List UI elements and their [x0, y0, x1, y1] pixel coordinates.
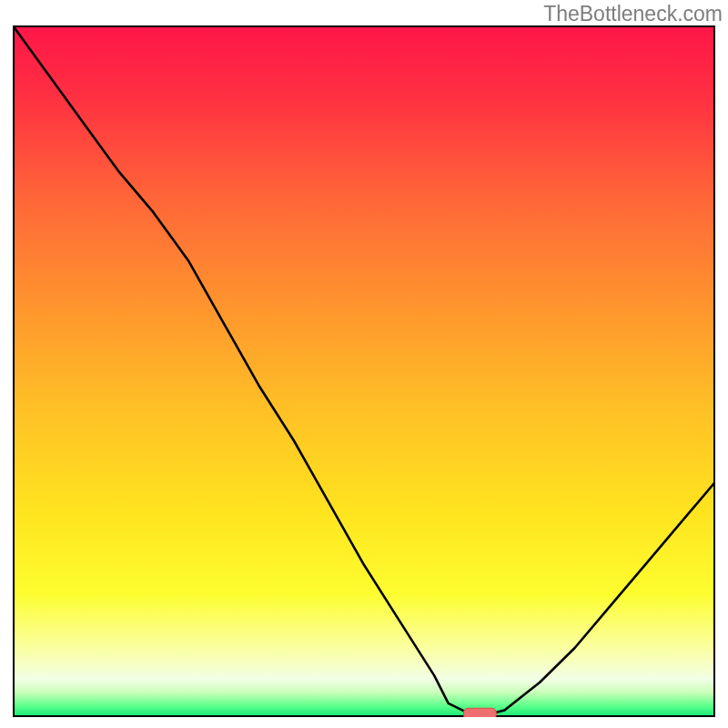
plot-area — [13, 25, 715, 717]
watermark-text: TheBottleneck.com — [543, 2, 723, 26]
chart-container: TheBottleneck.com — [0, 0, 728, 728]
minimum-marker — [463, 708, 496, 717]
gradient-background — [13, 25, 715, 717]
bottleneck-curve-chart — [13, 25, 715, 717]
